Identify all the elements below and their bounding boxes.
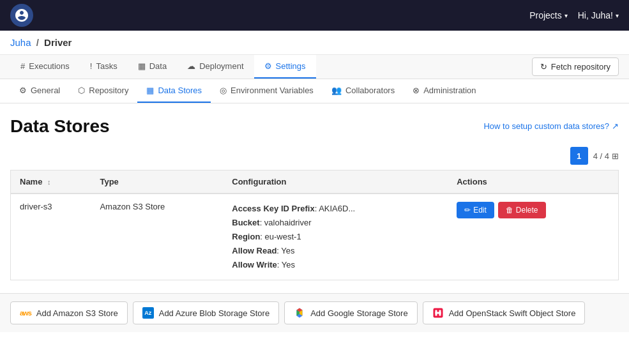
- subtab-administration[interactable]: ⊗ Administration: [404, 79, 485, 103]
- top-tabs: # Executions ! Tasks ▦ Data ☁ Deployment…: [0, 55, 629, 79]
- env-vars-icon: ◎: [220, 86, 227, 95]
- data-stores-table: Name ↕ Type Configuration Actions driver…: [10, 170, 619, 280]
- sort-icon: ↕: [47, 178, 51, 186]
- edit-icon: ✏: [464, 206, 471, 215]
- tab-tasks[interactable]: ! Tasks: [80, 55, 128, 79]
- tab-deployment[interactable]: ☁ Deployment: [177, 55, 254, 79]
- user-dropdown-arrow: ▾: [616, 12, 619, 19]
- cell-type: Amazon S3 Store: [91, 193, 223, 280]
- breadcrumb-project: Driver: [44, 37, 72, 48]
- user-menu[interactable]: Hi, Juha! ▾: [578, 10, 619, 20]
- gcp-icon: [294, 307, 305, 319]
- collaborators-icon: 👥: [331, 86, 342, 95]
- breadcrumb-org[interactable]: Juha: [10, 37, 31, 48]
- external-link-icon: ↗: [612, 121, 619, 131]
- executions-icon: #: [20, 61, 25, 71]
- logo-icon: [14, 8, 29, 23]
- help-link[interactable]: How to setup custom data stores? ↗: [483, 121, 619, 131]
- grid-icon: ⊞: [612, 151, 619, 161]
- cell-configuration: Access Key ID Prefix: AKIA6D... Bucket: …: [223, 193, 448, 280]
- col-type: Type: [91, 171, 223, 194]
- navbar: Projects ▾ Hi, Juha! ▾: [0, 0, 629, 31]
- edit-button[interactable]: ✏ Edit: [457, 202, 494, 218]
- tab-settings[interactable]: ⚙ Settings: [254, 55, 316, 79]
- svg-rect-3: [435, 312, 441, 314]
- tasks-icon: !: [90, 61, 93, 71]
- content-area: Data Stores How to setup custom data sto…: [0, 103, 629, 293]
- breadcrumb: Juha / Driver: [0, 31, 629, 55]
- config-details: Access Key ID Prefix: AKIA6D... Bucket: …: [232, 202, 439, 272]
- col-actions: Actions: [448, 171, 618, 194]
- tab-executions[interactable]: # Executions: [10, 55, 80, 79]
- cell-name: driver-s3: [11, 193, 91, 280]
- data-icon: ▦: [138, 61, 146, 71]
- breadcrumb-sep: /: [36, 37, 39, 48]
- action-buttons: ✏ Edit 🗑 Delete: [457, 202, 609, 218]
- col-configuration: Configuration: [223, 171, 448, 194]
- add-s3-button[interactable]: aws Add Amazon S3 Store: [10, 301, 128, 324]
- table-header: Name ↕ Type Configuration Actions: [11, 171, 619, 194]
- page-info: 4 / 4 ⊞: [593, 151, 619, 161]
- add-gcp-button[interactable]: Add Google Storage Store: [284, 301, 418, 324]
- add-buttons-bar: aws Add Amazon S3 Store Az Add Azure Blo…: [0, 293, 629, 332]
- tab-data[interactable]: ▦ Data: [128, 55, 177, 79]
- subtab-data-stores[interactable]: ▦ Data Stores: [137, 79, 211, 103]
- fetch-repository-button[interactable]: ↻ Fetch repository: [532, 57, 619, 76]
- navbar-right: Projects ▾ Hi, Juha! ▾: [529, 10, 619, 20]
- projects-menu[interactable]: Projects ▾: [529, 10, 568, 20]
- subtab-env-vars[interactable]: ◎ Environment Variables: [211, 79, 322, 103]
- top-tabs-list: # Executions ! Tasks ▦ Data ☁ Deployment…: [10, 55, 316, 79]
- general-icon: ⚙: [19, 86, 27, 95]
- projects-dropdown-arrow: ▾: [565, 12, 568, 19]
- aws-icon: aws: [20, 309, 31, 317]
- table-body: driver-s3 Amazon S3 Store Access Key ID …: [11, 193, 619, 280]
- trash-icon: 🗑: [506, 206, 513, 215]
- add-azure-button[interactable]: Az Add Azure Blob Storage Store: [133, 301, 279, 324]
- deployment-icon: ☁: [187, 61, 195, 71]
- col-name: Name ↕: [11, 171, 91, 194]
- refresh-icon: ↻: [540, 62, 547, 72]
- sub-tabs: ⚙ General ⬡ Repository ▦ Data Stores ◎ E…: [0, 79, 629, 103]
- delete-button[interactable]: 🗑 Delete: [498, 202, 546, 218]
- page-1-button[interactable]: 1: [570, 147, 588, 165]
- add-openstack-button[interactable]: Add OpenStack Swift Object Store: [423, 301, 586, 324]
- cell-actions: ✏ Edit 🗑 Delete: [448, 193, 618, 280]
- settings-icon: ⚙: [264, 61, 272, 71]
- data-stores-icon: ▦: [146, 86, 154, 95]
- pagination: 1 4 / 4 ⊞: [10, 147, 619, 165]
- app-logo[interactable]: [10, 4, 33, 27]
- page-title: Data Stores: [10, 116, 110, 137]
- repository-icon: ⬡: [78, 86, 85, 95]
- openstack-icon: [432, 307, 444, 319]
- content-header: Data Stores How to setup custom data sto…: [10, 116, 619, 137]
- subtab-general[interactable]: ⚙ General: [10, 79, 69, 103]
- subtab-repository[interactable]: ⬡ Repository: [69, 79, 137, 103]
- subtab-collaborators[interactable]: 👥 Collaborators: [322, 79, 404, 103]
- administration-icon: ⊗: [413, 86, 420, 95]
- table-row: driver-s3 Amazon S3 Store Access Key ID …: [11, 193, 619, 280]
- azure-icon: Az: [142, 307, 154, 319]
